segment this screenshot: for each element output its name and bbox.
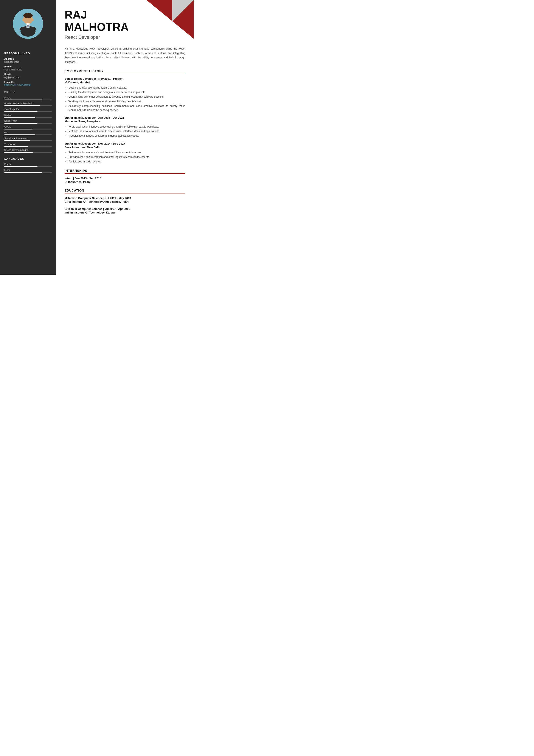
job-block: Junior React Developer | Jan 2018 - Oct … (64, 116, 185, 138)
job-block: Senior React Developer | Nov 2021 - Pres… (64, 77, 185, 112)
first-name: RAJ (64, 9, 185, 21)
internships-divider (64, 173, 185, 174)
skill-bar-bg (4, 123, 52, 124)
job-block: M.Tech in Computer Science | Jul 2011 - … (64, 197, 185, 203)
job-bullet: Coordinating with other developers to pr… (68, 95, 185, 99)
employment-title: EMPLOYMENT HISTORY (64, 69, 185, 73)
job-bullet: Developing new user facing-feature using… (68, 86, 185, 90)
job-bullet: Working within an agile team environment… (68, 99, 185, 104)
skill-bar-bg (4, 152, 52, 153)
job-bullet: Guiding the development and design of cl… (68, 90, 185, 94)
skill-label: Node + npm (4, 120, 52, 122)
company-line: DI Industries, Pilani (64, 180, 185, 183)
sidebar: PERSONAL INFO Address Mumbai, India Phon… (0, 0, 56, 275)
header: RAJ MALHOTRA React Developer (56, 0, 194, 44)
personal-info-title: PERSONAL INFO (4, 52, 52, 55)
skill-bar-bg (4, 117, 52, 118)
education-title: EDUCATION (64, 189, 185, 192)
job-bullets: Developing new user facing-feature using… (68, 86, 185, 112)
profile-photo (13, 9, 43, 39)
skill-bar-bg (4, 134, 52, 135)
language-bar-fill (4, 166, 38, 167)
skill-label: Git (4, 131, 52, 134)
phone-value: +91-9876543210 (4, 68, 52, 71)
languages-title: LANGUAGES (4, 157, 52, 160)
skill-bar-bg (4, 129, 52, 129)
email-value: raj@gmail.com (4, 76, 52, 79)
internships-title: INTERNSHIPS (64, 169, 185, 172)
main-body: Raj is a Meticulous React developer, ski… (56, 44, 194, 227)
last-name: MALHOTRA (64, 21, 185, 33)
language-label: English (4, 163, 52, 166)
address-label: Address (4, 58, 52, 60)
job-title-line: B.Tech in Computer Science | Jul 2007 - … (64, 207, 185, 210)
phone-label: Phone (4, 65, 52, 68)
linkedin-link[interactable]: https://www.linkedin.com/raj (4, 84, 52, 86)
employment-list: Senior React Developer | Nov 2021 - Pres… (64, 77, 185, 164)
skill-bar-fill (4, 99, 42, 100)
avatar-svg (13, 9, 43, 39)
employment-divider (64, 74, 185, 74)
skill-bar-fill (4, 117, 35, 118)
skill-bar-fill (4, 111, 38, 112)
company-line: IG Drones, Mumbai (64, 81, 185, 84)
job-title-line: Senior React Developer | Nov 2021 - Pres… (64, 77, 185, 80)
svg-point-9 (32, 18, 34, 21)
skill-label: Situational Awareness (4, 137, 52, 140)
svg-point-8 (22, 18, 24, 21)
company-line: Dave Industries, New Delhi (64, 146, 185, 149)
name-block: RAJ MALHOTRA React Developer (64, 9, 185, 40)
job-title: React Developer (64, 35, 185, 40)
skill-label: HTML (4, 96, 52, 99)
skill-label: Teamwork (4, 143, 52, 146)
skill-bar-fill (4, 152, 33, 153)
job-bullet: Provided code documentation and other in… (68, 155, 185, 159)
skill-bar-bg (4, 99, 52, 100)
languages-list: EnglishHindi (4, 163, 52, 173)
skill-label: UI/UX (4, 125, 52, 128)
sidebar-content: PERSONAL INFO Address Mumbai, India Phon… (0, 43, 56, 177)
job-bullet: Accurately comprehending business requir… (68, 104, 185, 112)
job-bullet: Participated in code reviews. (68, 160, 185, 164)
language-label: Hindi (4, 169, 52, 171)
company-line: Indian Institute Of Technology, Kanpur (64, 211, 185, 214)
skill-bar-bg (4, 111, 52, 112)
job-block: Junior React Developer | Nov 2014 - Dec … (64, 142, 185, 164)
svg-point-7 (23, 13, 33, 18)
skill-label: Redux (4, 114, 52, 116)
language-bar-fill (4, 172, 42, 173)
skills-title: SKILLS (4, 91, 52, 94)
language-bar-bg (4, 166, 52, 167)
skill-bar-fill (4, 146, 28, 147)
main-content-area: RAJ MALHOTRA React Developer Raj is a Me… (56, 0, 194, 275)
skill-label: Strong Communication (4, 148, 52, 151)
job-title-line: Junior React Developer | Jan 2018 - Oct … (64, 116, 185, 119)
company-line: Mercedes-Benz, Bangalore (64, 120, 185, 123)
job-title-line: Intern | Jun 2013 - Sep 2014 (64, 177, 185, 180)
address-value: Mumbai, India (4, 61, 52, 63)
education-list: M.Tech in Computer Science | Jul 2011 - … (64, 197, 185, 214)
job-bullet: Troubleshoot interface software and debu… (68, 134, 185, 138)
job-bullet: Wrote application interface codes using … (68, 125, 185, 129)
job-block: Intern | Jun 2013 - Sep 2014DI Industrie… (64, 177, 185, 183)
job-bullets: Wrote application interface codes using … (68, 125, 185, 138)
job-bullet: Built reusable components and front-end … (68, 150, 185, 155)
job-title-line: M.Tech in Computer Science | Jul 2011 - … (64, 197, 185, 200)
linkedin-label: LinkedIn (4, 81, 52, 83)
language-bar-bg (4, 172, 52, 173)
email-label: Email (4, 73, 52, 76)
skill-bar-bg (4, 140, 52, 141)
company-line: Birla Institute Of Technology And Scienc… (64, 200, 185, 203)
photo-area (0, 0, 56, 43)
skill-bar-bg (4, 105, 52, 106)
skill-bar-fill (4, 105, 40, 106)
skill-bar-fill (4, 123, 38, 124)
skill-bar-fill (4, 140, 30, 141)
education-divider (64, 193, 185, 194)
skill-label: JavaScript XML (4, 108, 52, 111)
skill-bar-bg (4, 146, 52, 147)
skills-list: HTMLFundamentals of JavaScriptJavaScript… (4, 96, 52, 153)
summary: Raj is a Meticulous React developer, ski… (64, 46, 185, 64)
skill-bar-fill (4, 129, 33, 129)
job-bullets: Built reusable components and front-end … (68, 150, 185, 164)
